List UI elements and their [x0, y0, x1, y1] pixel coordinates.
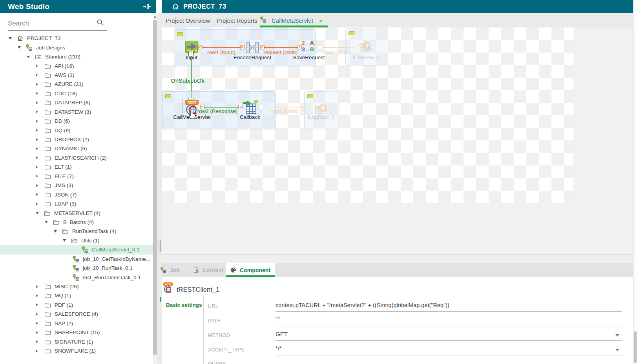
chevron-right-icon[interactable] — [36, 193, 38, 196]
tree-item-b-batchs-4[interactable]: B_Batchs (4) — [0, 218, 153, 227]
tree-item-snowflake-1[interactable]: SNOWFLAKE (1) — [0, 346, 153, 355]
chevron-right-icon[interactable] — [36, 285, 38, 288]
page-scrollbar[interactable] — [633, 0, 637, 364]
chevron-right-icon[interactable] — [36, 184, 38, 187]
tree-item-jms-3[interactable]: JMS (3) — [0, 181, 153, 190]
chevron-right-icon[interactable] — [36, 156, 38, 159]
chevron-down-icon[interactable] — [36, 212, 39, 214]
chevron-right-icon[interactable] — [36, 101, 38, 104]
tab-context[interactable]: Context — [193, 263, 224, 277]
field-url-value[interactable]: context.pTACURL + "/metaServlet?" + ((St… — [276, 302, 449, 308]
connection-row1-label[interactable]: row1 (Main) — [207, 49, 235, 55]
scrollbar-up-icon[interactable] — [153, 16, 157, 18]
tree-item-file-7[interactable]: FILE (7) — [0, 172, 153, 181]
chevron-down-icon[interactable] — [27, 56, 30, 58]
accept-type-dropdown-icon[interactable] — [615, 349, 619, 351]
method-dropdown-icon[interactable] — [615, 334, 619, 337]
chevron-right-icon[interactable] — [36, 64, 38, 67]
tree-item-pdf-1[interactable]: PDF (1) — [0, 300, 153, 309]
collapse-sidebar-icon[interactable] — [142, 3, 151, 12]
tree-item-dataprep-6[interactable]: DATAPREP (6) — [0, 98, 153, 107]
nav-basic-settings[interactable]: Basic settings — [166, 302, 202, 308]
tree-item-elt-1[interactable]: ELT (1) — [0, 162, 153, 171]
subjob-collapse-chip[interactable] — [165, 94, 171, 98]
chevron-down-icon[interactable] — [63, 239, 66, 242]
trigger-onsubjobok-label[interactable]: OnSubjobOk — [171, 77, 204, 84]
tree-item-aws-1[interactable]: AWS (1) — [0, 71, 153, 80]
page-scrollbar-thumb[interactable] — [634, 331, 637, 363]
chevron-right-icon[interactable] — [36, 202, 38, 206]
tab-project-reports[interactable]: Project Reports — [217, 17, 257, 24]
tree-item-salesforce-4[interactable]: SALESFORCE (4) — [0, 309, 153, 318]
tree-item-elasticsearch-2[interactable]: ELASTICSEARCH (2) — [0, 153, 153, 162]
chevron-right-icon[interactable] — [36, 147, 38, 150]
chevron-right-icon[interactable] — [36, 322, 38, 325]
home-icon[interactable] — [172, 3, 179, 12]
tree-item-json-7[interactable]: JSON (7) — [0, 190, 153, 199]
chevron-right-icon[interactable] — [36, 331, 38, 334]
close-tab-icon[interactable]: × — [319, 18, 323, 24]
chevron-down-icon[interactable] — [9, 37, 12, 40]
tree-item-signature-1[interactable]: SIGNATURE (1) — [0, 337, 153, 346]
component-tlogrow1-icon[interactable] — [315, 103, 327, 115]
splitter-grip[interactable] — [159, 240, 159, 252]
chevron-right-icon[interactable] — [36, 120, 38, 123]
chevron-right-icon[interactable] — [36, 138, 38, 141]
chevron-right-icon[interactable] — [36, 92, 38, 95]
tree-item-dropbox-2[interactable]: DROPBOX (2) — [0, 135, 153, 144]
chevron-right-icon[interactable] — [36, 166, 38, 169]
chevron-right-icon[interactable] — [36, 294, 38, 297]
connection-row2-label[interactable]: row2 (Response) — [197, 108, 238, 114]
tree-item-ldap-3[interactable]: LDAP (3) — [0, 199, 153, 208]
tree-item-runtalendtask-4[interactable]: RunTalendTask (4) — [0, 227, 153, 236]
tree-item-callmetaservlet-0-1[interactable]: CallMetaServlet_0.1 — [0, 245, 153, 254]
subjob-collapse-chip[interactable] — [307, 94, 313, 98]
tab-job[interactable]: Job — [161, 263, 180, 277]
tree-item-sharepoint-15[interactable]: SHAREPOINT (15) — [0, 328, 153, 337]
tree-item-datastew-3[interactable]: DATASTEW (3) — [0, 107, 153, 116]
connection-row3-label[interactable]: row3 (Main) — [270, 108, 298, 114]
tree-item-api-16[interactable]: API (16) — [0, 61, 153, 70]
tree-item-db-6[interactable]: DB (6) — [0, 116, 153, 126]
chevron-right-icon[interactable] — [36, 313, 38, 316]
sidebar-scrollbar[interactable] — [153, 13, 157, 364]
field-accept-type-value[interactable]: */* — [276, 345, 282, 351]
tab-callmetaservlet[interactable]: CallMetaServlet — [272, 17, 313, 24]
component-encoderequest-icon[interactable] — [245, 40, 259, 55]
chevron-right-icon[interactable] — [36, 73, 38, 76]
subjob-collapse-chip[interactable] — [349, 31, 354, 35]
chevron-down-icon[interactable] — [54, 230, 57, 233]
chevron-right-icon[interactable] — [36, 175, 38, 178]
chevron-right-icon[interactable] — [36, 303, 38, 306]
connection-request-label[interactable]: request (Main) — [263, 49, 298, 55]
chevron-right-icon[interactable] — [36, 340, 38, 343]
chevron-right-icon[interactable] — [36, 110, 38, 113]
tree-item-azure-21[interactable]: AZURE (21) — [0, 80, 153, 89]
tree-item-metaservlet-4[interactable]: METASERVLET (4) — [0, 208, 153, 217]
tab-project-overview[interactable]: Project Overview — [166, 17, 210, 24]
tree-item-sap-2[interactable]: SAP (2) — [0, 319, 153, 328]
tree-item-job-20-runtask-0-1[interactable]: job_20_RunTask_0.1 — [0, 264, 153, 273]
component-tlogrow2-icon[interactable] — [359, 40, 372, 53]
tree-item-misc-26[interactable]: MISC (26) — [0, 282, 153, 291]
search-input[interactable] — [8, 19, 96, 28]
tree-item-dynamic-6[interactable]: DYNAMIC (6) — [0, 144, 153, 153]
tree-item-dq-9[interactable]: DQ (9) — [0, 126, 153, 135]
tree-item-cdc-18[interactable]: CDC (18) — [0, 89, 153, 98]
chevron-right-icon[interactable] — [36, 349, 38, 353]
chevron-right-icon[interactable] — [36, 83, 38, 86]
tree-item-project-73[interactable]: PROJECT_73 — [0, 34, 153, 43]
tree-item-utils-1[interactable]: Utils (1) — [0, 236, 153, 245]
job-design-canvas[interactable]: Input O row1 (Main) M EncodeRequest O re… — [162, 27, 633, 254]
subjob-collapse-chip[interactable] — [177, 32, 183, 36]
field-method-value[interactable]: GET — [276, 331, 288, 337]
tree-item-mst-runtalendtask-0-1[interactable]: mst_RunTalendTask_0.1 — [0, 273, 153, 282]
tree-item-standard-210[interactable]: Standard (210) — [0, 52, 153, 61]
tree-item-job-designs[interactable]: Job Designs — [0, 43, 153, 52]
tree-item-mq-1[interactable]: MQ (1) — [0, 291, 153, 300]
sidebar-scrollbar-thumb[interactable] — [153, 20, 157, 355]
field-path-value[interactable]: "" — [276, 316, 279, 322]
chevron-down-icon[interactable] — [45, 221, 48, 223]
search-icon[interactable] — [97, 19, 104, 27]
vertical-splitter[interactable] — [157, 13, 162, 364]
